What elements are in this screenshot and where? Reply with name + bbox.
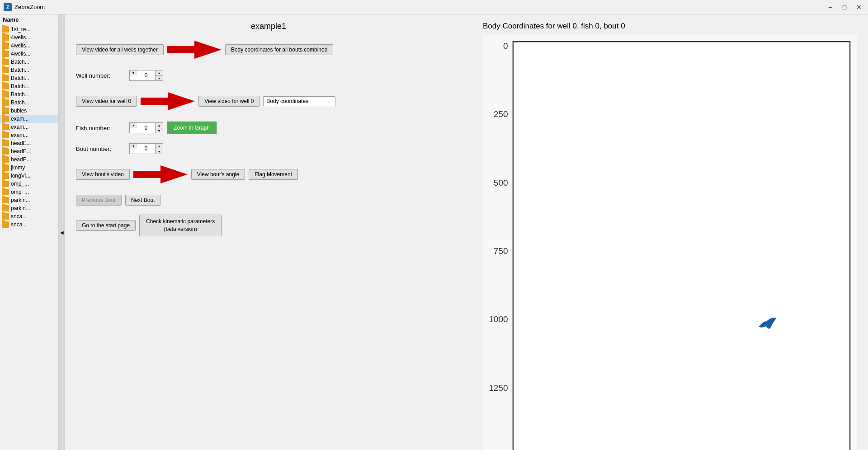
- content-area: Name 1st_re...4wells...4wells...4wells..…: [0, 14, 868, 450]
- sidebar-item-label-17: jimmy: [11, 164, 25, 171]
- sidebar-item-7[interactable]: Batch...: [0, 82, 58, 90]
- sidebar-item-1[interactable]: 4wells...: [0, 33, 58, 42]
- well-number-up[interactable]: ▲: [156, 70, 163, 75]
- body-coords-all-button[interactable]: Body coordinates for all bouts combined: [225, 44, 333, 55]
- view-bout-video-button[interactable]: View bout's video: [76, 169, 130, 180]
- sidebar-item-14[interactable]: headE...: [0, 139, 58, 147]
- sidebar-item-label-19: omp_...: [11, 181, 29, 187]
- bout-number-spinbox[interactable]: ▼ ▲ ▼: [129, 143, 163, 154]
- sidebar-scroll[interactable]: 1st_re...4wells...4wells...4wells...Batc…: [0, 25, 58, 450]
- sidebar-item-23[interactable]: snca...: [0, 212, 58, 220]
- folder-icon-8: [2, 91, 9, 98]
- folder-icon-10: [2, 108, 9, 114]
- sidebar-item-5[interactable]: Batch...: [0, 66, 58, 74]
- sidebar-item-label-14: headE...: [11, 140, 31, 146]
- folder-icon-21: [2, 197, 9, 203]
- well-number-label: Well number:: [76, 72, 126, 79]
- folder-icon-24: [2, 221, 9, 228]
- well-number-down-arrow[interactable]: ▼: [130, 70, 137, 75]
- sidebar-item-19[interactable]: omp_...: [0, 180, 58, 188]
- controls-panel: example1 View video for all wells togeth…: [65, 14, 472, 450]
- sidebar-item-label-4: Batch...: [11, 59, 29, 65]
- view-all-wells-button[interactable]: View video for all wells together: [76, 44, 164, 55]
- sidebar-item-11[interactable]: exam...: [0, 115, 58, 123]
- svg-marker-4: [133, 165, 188, 183]
- well-number-down[interactable]: ▼: [156, 75, 163, 80]
- folder-icon-7: [2, 83, 9, 89]
- zoom-in-graph-button[interactable]: Zoom in Graph: [167, 122, 217, 134]
- sidebar-item-label-23: snca...: [11, 213, 27, 220]
- bout-number-down[interactable]: ▼: [156, 149, 163, 154]
- sidebar-collapse-handle[interactable]: ◀: [59, 14, 65, 450]
- folder-icon-4: [2, 59, 9, 65]
- sidebar-item-20[interactable]: omp_...: [0, 188, 58, 196]
- arrow-view-well: [141, 90, 195, 112]
- flag-movement-button[interactable]: Flag Movement: [249, 169, 298, 180]
- sidebar-item-21[interactable]: parkin...: [0, 196, 58, 204]
- sidebar-item-18[interactable]: longVi...: [0, 172, 58, 180]
- sidebar-item-label-5: Batch...: [11, 67, 29, 73]
- fish-number-spinbox[interactable]: ▼ ▲ ▼: [129, 122, 163, 133]
- folder-icon-19: [2, 181, 9, 187]
- app-icon: Z: [4, 3, 12, 11]
- sidebar-item-16[interactable]: headE...: [0, 155, 58, 164]
- sidebar-item-label-16: headE...: [11, 156, 31, 163]
- sidebar-item-2[interactable]: 4wells...: [0, 42, 58, 50]
- sidebar-item-label-8: Batch...: [11, 91, 29, 98]
- svg-text:0: 0: [503, 41, 508, 51]
- fish-number-down[interactable]: ▼: [156, 128, 163, 133]
- sidebar-item-8[interactable]: Batch...: [0, 90, 58, 98]
- view-bout-angle-button[interactable]: View bout's angle: [191, 169, 245, 180]
- maximize-button[interactable]: □: [839, 2, 850, 12]
- check-kinematic-button[interactable]: Check kinematic parameters (beta version…: [139, 215, 222, 236]
- next-bout-button[interactable]: Next Bout: [125, 195, 161, 206]
- svg-text:Z: Z: [6, 5, 9, 10]
- well-number-spinbox[interactable]: ▼ ▲ ▼: [129, 70, 163, 81]
- sidebar-item-label-21: parkin...: [11, 197, 30, 203]
- sidebar-item-10[interactable]: bubles: [0, 107, 58, 115]
- sidebar-item-label-20: omp_...: [11, 189, 29, 195]
- bout-number-up[interactable]: ▲: [156, 144, 163, 149]
- well-number-input[interactable]: [137, 70, 155, 80]
- sidebar-item-24[interactable]: snca...: [0, 220, 58, 229]
- sidebar: Name 1st_re...4wells...4wells...4wells..…: [0, 14, 59, 450]
- sidebar-header: Name: [0, 14, 58, 25]
- minimize-button[interactable]: −: [825, 2, 835, 12]
- sidebar-item-6[interactable]: Batch...: [0, 74, 58, 82]
- sidebar-item-label-3: 4wells...: [11, 51, 30, 57]
- sidebar-item-label-24: snca...: [11, 221, 27, 228]
- sidebar-item-22[interactable]: parkin...: [0, 204, 58, 212]
- sidebar-item-label-22: parkin...: [11, 205, 30, 211]
- sidebar-item-label-18: longVi...: [11, 173, 30, 179]
- folder-icon-6: [2, 75, 9, 81]
- sidebar-item-15[interactable]: headE...: [0, 147, 58, 155]
- bout-number-input[interactable]: [137, 144, 155, 154]
- view-type-dropdown[interactable]: Body coordinates Head angle Tail angle: [263, 96, 335, 106]
- close-button[interactable]: ✕: [854, 2, 864, 12]
- sidebar-item-label-13: exam...: [11, 132, 28, 138]
- sidebar-item-4[interactable]: Batch...: [0, 58, 58, 66]
- bout-number-down-arrow[interactable]: ▼: [130, 144, 137, 149]
- sidebar-item-3[interactable]: 4wells...: [0, 50, 58, 58]
- sidebar-item-12[interactable]: exam...: [0, 123, 58, 131]
- previous-bout-button[interactable]: Previous Bout: [76, 195, 122, 206]
- sidebar-item-17[interactable]: jimmy: [0, 164, 58, 172]
- folder-icon-1: [2, 34, 9, 41]
- fish-number-up[interactable]: ▲: [156, 123, 163, 128]
- fish-number-input[interactable]: [137, 123, 155, 133]
- view-video-well-0-button[interactable]: View video for well 0: [198, 96, 259, 107]
- svg-text:500: 500: [494, 178, 508, 188]
- folder-icon-5: [2, 67, 9, 73]
- fish-number-down-arrow[interactable]: ▼: [130, 123, 137, 128]
- sidebar-item-label-11: exam...: [11, 116, 28, 122]
- sidebar-item-13[interactable]: exam...: [0, 131, 58, 139]
- row-view-bout: View bout's video View bout's angle Flag…: [76, 163, 461, 186]
- window-controls: − □ ✕: [825, 2, 864, 12]
- view-well-0-button[interactable]: View video for well 0: [76, 96, 137, 107]
- sidebar-item-label-0: 1st_re...: [11, 26, 30, 33]
- folder-icon-3: [2, 51, 9, 57]
- sidebar-item-9[interactable]: Batch...: [0, 98, 58, 107]
- row-fish-number: Fish number: ▼ ▲ ▼ Zoom in Graph: [76, 122, 461, 134]
- go-to-start-button[interactable]: Go to the start page: [76, 220, 136, 231]
- sidebar-item-0[interactable]: 1st_re...: [0, 25, 58, 33]
